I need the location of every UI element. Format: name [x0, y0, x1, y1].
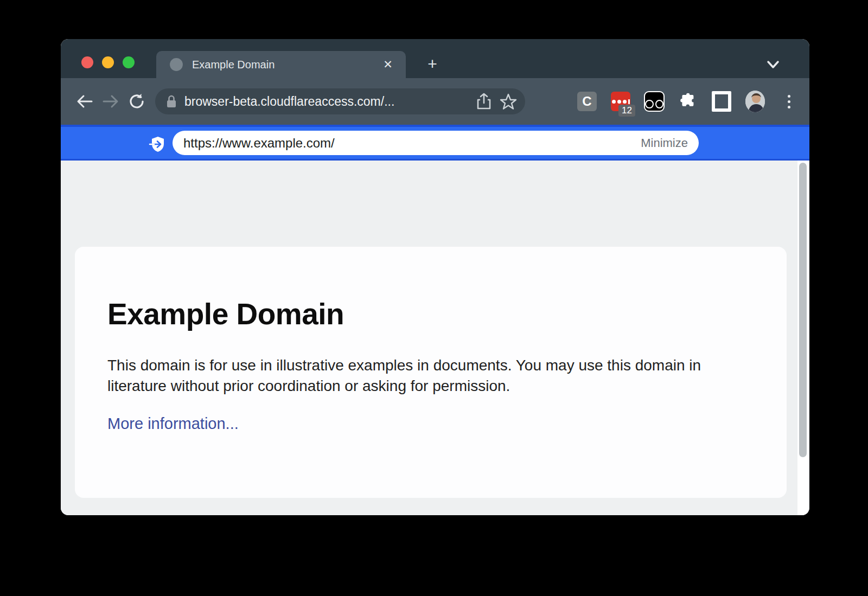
banner-minimize-button[interactable]: Minimize: [641, 136, 688, 150]
tab-example-domain[interactable]: Example Domain ✕: [156, 51, 406, 78]
avatar: [745, 91, 765, 112]
browser-window: Example Domain ✕ +: [61, 39, 809, 515]
minimize-window-button[interactable]: [102, 56, 114, 68]
extension-badge: 12: [618, 105, 635, 117]
forward-button[interactable]: [98, 88, 124, 114]
page-paragraph: This domain is for use in illustrative e…: [107, 355, 737, 396]
close-window-button[interactable]: [81, 56, 93, 68]
side-panel-icon: [712, 91, 731, 112]
puzzle-piece-icon: [679, 93, 697, 110]
address-bar[interactable]: browser-beta.cloudflareaccess.com/...: [155, 88, 525, 114]
globe-favicon-icon: [169, 57, 183, 72]
banner-url-input[interactable]: https://www.example.com/ Minimize: [173, 131, 699, 155]
tab-title: Example Domain: [192, 59, 380, 71]
toolbar: browser-beta.cloudflareaccess.com/... C: [61, 78, 809, 125]
tab-strip: Example Domain ✕ +: [61, 39, 809, 78]
reload-icon: [128, 93, 145, 110]
scrollbar-thumb[interactable]: [799, 163, 807, 457]
extension-c-button[interactable]: C: [577, 92, 597, 111]
forward-arrow-icon: [101, 93, 120, 110]
extension-goggles-button[interactable]: [644, 92, 664, 111]
traffic-lights: [81, 56, 135, 68]
extensions-puzzle-button[interactable]: [678, 92, 698, 111]
bookmark-star-icon[interactable]: [499, 93, 518, 110]
page-title: Example Domain: [107, 297, 754, 331]
cloudflare-access-banner: https://www.example.com/ Minimize: [61, 125, 809, 161]
tab-close-icon[interactable]: ✕: [380, 56, 396, 73]
page-content: Example Domain This domain is for use in…: [61, 161, 809, 515]
zoom-window-button[interactable]: [123, 56, 135, 68]
extension-red-dots-button[interactable]: 12: [611, 92, 630, 111]
goggles-icon: [644, 91, 665, 112]
new-tab-button[interactable]: +: [423, 55, 442, 74]
browser-menu-button[interactable]: [779, 92, 799, 111]
extension-row: C 12: [537, 92, 799, 111]
profile-avatar[interactable]: [745, 92, 765, 111]
banner-url-value: https://www.example.com/: [183, 136, 641, 151]
three-dot-menu-icon: [788, 95, 790, 108]
address-bar-url: browser-beta.cloudflareaccess.com/...: [184, 94, 476, 109]
page-card: Example Domain This domain is for use in…: [75, 247, 787, 498]
back-button[interactable]: [72, 88, 98, 114]
scrollbar-track[interactable]: [797, 161, 808, 515]
lock-icon: [166, 94, 177, 108]
back-arrow-icon: [75, 93, 94, 110]
shield-arrow-icon: [149, 135, 167, 153]
chevron-down-icon[interactable]: [765, 59, 781, 71]
extension-c-icon: C: [577, 92, 597, 111]
more-information-link[interactable]: More information...: [107, 415, 239, 433]
share-icon[interactable]: [476, 93, 492, 110]
side-panel-button[interactable]: [712, 92, 731, 111]
reload-button[interactable]: [124, 88, 150, 114]
